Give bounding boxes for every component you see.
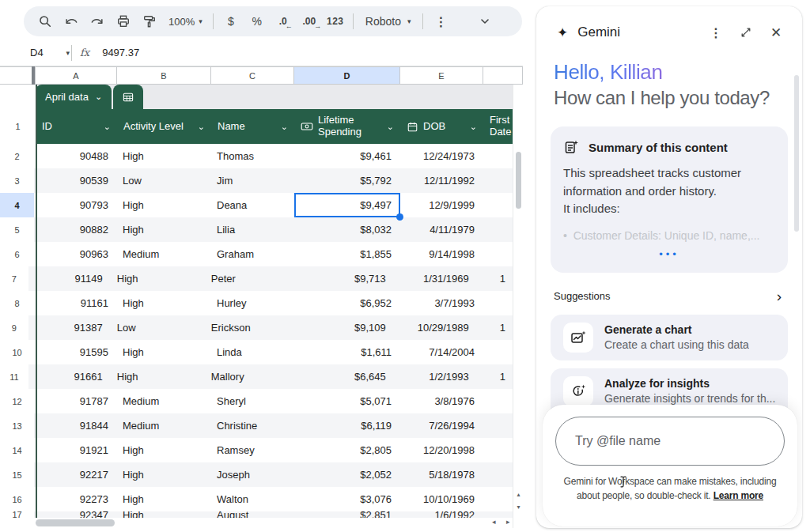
undo-button[interactable] [61,11,81,32]
cell-spend[interactable]: $9,461 [293,144,399,168]
cell-id[interactable]: 92347 [34,511,115,518]
cell-id[interactable]: 91595 [34,340,115,364]
cell-dob[interactable]: 1/2/1993 [393,364,476,389]
cell-spend[interactable]: $2,805 [293,438,399,462]
cell-spend[interactable]: $6,645 [287,364,393,389]
column-header-f-area[interactable] [483,67,523,84]
cell-id[interactable]: 90963 [34,242,115,266]
select-all-corner[interactable] [0,67,36,84]
cell-first-date[interactable] [482,511,513,518]
cell-name[interactable]: Linda [210,340,293,364]
expand-summary-button[interactable]: ••• [563,248,775,260]
cell-first-date[interactable]: 1 [476,364,513,389]
cell-id[interactable]: 90882 [34,217,115,242]
cell-dob[interactable]: 10/29/1989 [393,315,476,340]
row-number[interactable]: 8 [0,291,34,315]
zoom-select[interactable]: 100% ▾ [165,11,206,32]
prompt-input[interactable] [575,434,765,448]
cell-id[interactable]: 91787 [34,389,115,413]
cell-dob[interactable]: 1/31/1969 [393,266,476,291]
cell-first-date[interactable]: 1 [476,315,513,340]
row-number[interactable]: 7 [0,266,28,291]
cell-spend[interactable]: $1,611 [293,340,399,364]
row-number[interactable]: 2 [0,144,34,168]
format-percent-button[interactable]: % [247,11,267,32]
cell-activity-level[interactable]: Low [115,168,210,193]
format-currency-button[interactable]: $ [221,11,241,32]
learn-more-link[interactable]: Learn more [713,490,763,501]
number-format-button[interactable]: 123 [325,11,346,32]
cell-dob[interactable]: 1/6/1992 [399,511,482,518]
cell-first-date[interactable] [482,217,513,242]
row-number[interactable]: 5 [0,217,34,242]
table-name-menu[interactable]: April data ⌄ [36,85,112,109]
table-options-button[interactable] [113,85,143,109]
cell-dob[interactable]: 10/10/1969 [399,487,482,511]
cell-dob[interactable]: 3/7/1993 [399,291,482,315]
formula-input[interactable]: 9497.37 [102,47,139,58]
decrease-decimal-button[interactable]: .0← [273,11,293,32]
scroll-up-icon[interactable]: ▴ [513,491,524,498]
cell-activity-level[interactable]: High [110,364,204,389]
more-options-button[interactable]: ⋮ [430,11,451,32]
cell-first-date[interactable] [482,487,513,511]
scroll-right-icon[interactable]: ▸ [506,518,510,526]
cell-first-date[interactable] [482,462,513,487]
cell-name[interactable]: August [210,511,293,518]
cell-id[interactable]: 91161 [34,291,115,315]
column-header-d[interactable]: D [294,67,400,84]
cell-name[interactable]: Peter [204,266,287,291]
row-number[interactable]: 10 [0,340,34,364]
cell-first-date[interactable] [482,389,513,413]
cell-spend[interactable]: $9,713 [287,266,393,291]
cell-dob[interactable]: 3/8/1976 [399,389,482,413]
expand-panel-button[interactable] [736,22,756,43]
row-number[interactable]: 9 [0,315,28,340]
cell-activity-level[interactable]: High [115,487,210,511]
cell-activity-level[interactable]: High [110,266,204,291]
cell-first-date[interactable]: 1 [476,266,513,291]
cell-dob[interactable]: 12/24/1973 [399,144,482,168]
row-number[interactable]: 4 [0,193,34,217]
cell-dob[interactable]: 12/20/1998 [399,438,482,462]
cell-first-date[interactable] [482,144,513,168]
row-number[interactable]: 16 [0,487,34,511]
cell-activity-level[interactable]: Medium [115,389,210,413]
header-cell-lifetime-spending[interactable]: Lifetime Spending ⌄ [294,109,400,144]
cell-spend[interactable]: $6,952 [293,291,399,315]
search-button[interactable] [35,11,55,32]
cell-spend[interactable]: $6,119 [293,413,399,438]
collapse-toolbar-button[interactable] [475,11,495,32]
cell-activity-level[interactable]: Medium [115,242,210,266]
cell-first-date[interactable] [482,242,513,266]
cell-spend[interactable]: $9,109 [287,315,393,340]
cell-activity-level[interactable]: High [115,340,210,364]
cell-name[interactable]: Hurley [210,291,293,315]
cell-activity-level[interactable]: Low [110,315,204,340]
summary-card[interactable]: Summary of this content This spreadsheet… [551,126,788,273]
row-number[interactable]: 11 [0,364,28,389]
row-number[interactable]: 3 [0,168,34,193]
cell-name[interactable]: Ramsey [210,438,293,462]
cell-spend[interactable]: $1,855 [293,242,399,266]
name-box[interactable]: D4 ▾ [0,47,70,58]
cell-dob[interactable]: 12/9/1999 [399,193,482,217]
cell-id[interactable]: 92273 [34,487,115,511]
cell-activity-level[interactable]: High [115,438,210,462]
column-header-b[interactable]: B [117,67,211,84]
header-cell-id[interactable]: ID ⌄ [36,109,117,144]
cell-id[interactable]: 90793 [34,193,115,217]
cell-first-date[interactable] [482,340,513,364]
cell-id[interactable]: 92217 [34,462,115,487]
paint-format-button[interactable] [139,11,160,32]
close-panel-button[interactable]: ✕ [766,22,786,43]
cell-name[interactable]: Erickson [204,315,287,340]
header-cell-first-date[interactable]: First Date [483,109,513,144]
cell-dob[interactable]: 12/11/1992 [399,168,482,193]
cell-spend[interactable]: $2,851 [293,511,399,518]
horizontal-scrollbar[interactable]: ◂ ▸ [0,518,513,528]
cell-id[interactable]: 90488 [34,144,115,168]
increase-decimal-button[interactable]: .00→ [299,11,320,32]
cell-id[interactable]: 91921 [34,438,115,462]
panel-scrollbar-thumb[interactable] [794,75,799,232]
